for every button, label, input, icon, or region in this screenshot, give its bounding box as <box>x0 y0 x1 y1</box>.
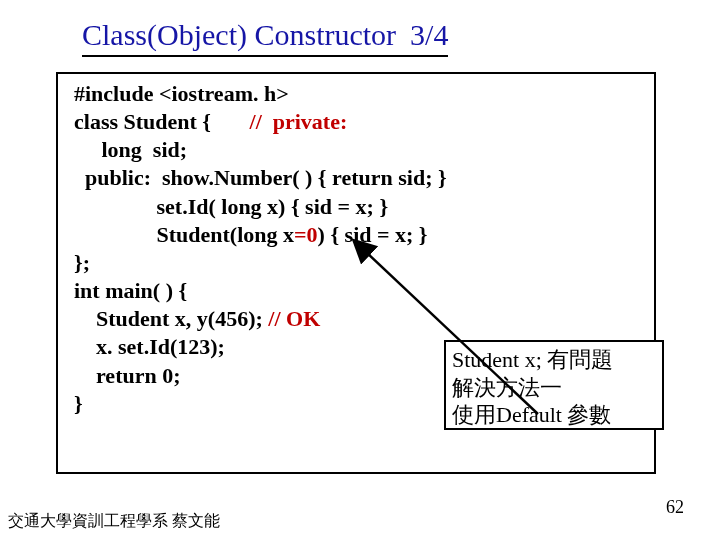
slide-title: Class(Object) Constructor3/4 <box>82 18 448 57</box>
page-number: 62 <box>666 497 684 518</box>
code-line: int main( ) { <box>74 277 638 305</box>
annotation-line: 使用Default 參數 <box>452 401 656 429</box>
code-box: #include <iostream. h> class Student { /… <box>56 72 656 474</box>
title-part: 3/4 <box>410 18 448 51</box>
annotation-line: Student x; 有問題 <box>452 346 656 374</box>
code-line: }; <box>74 249 638 277</box>
footer-text: 交通大學資訓工程學系 蔡文能 <box>8 511 220 532</box>
comment-ok: // OK <box>268 306 320 331</box>
code-line: Student x, y(456); // OK <box>74 305 638 333</box>
code-line: set.Id( long x) { sid = x; } <box>74 193 638 221</box>
comment-private: // private: <box>250 109 348 134</box>
title-wrap: Class(Object) Constructor3/4 <box>82 18 640 57</box>
default-arg: =0 <box>294 222 318 247</box>
code-line: class Student { // private: <box>74 108 638 136</box>
code-line: long sid; <box>74 136 638 164</box>
code-line: Student(long x=0) { sid = x; } <box>74 221 638 249</box>
slide: Class(Object) Constructor3/4 #include <i… <box>0 0 720 540</box>
annotation-line: 解決方法一 <box>452 374 656 402</box>
code-line: public: show.Number( ) { return sid; } <box>74 164 638 192</box>
title-main: Class(Object) Constructor <box>82 18 396 51</box>
annotation-box: Student x; 有問題 解決方法一 使用Default 參數 <box>444 340 664 430</box>
code-line: #include <iostream. h> <box>74 80 638 108</box>
